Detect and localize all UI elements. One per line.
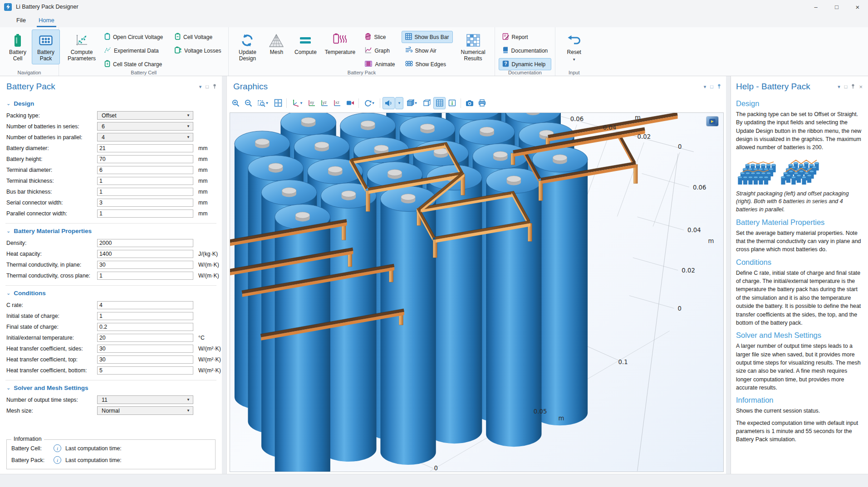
output-time-steps-select[interactable]: 11▼ bbox=[97, 395, 193, 404]
temperature-button[interactable]: Temperature bbox=[320, 29, 359, 58]
animate-button[interactable]: Animate bbox=[361, 58, 398, 70]
section-divider bbox=[5, 285, 216, 286]
print-button[interactable] bbox=[476, 97, 488, 109]
menu-home[interactable]: Home bbox=[32, 17, 61, 27]
final-state-of-charge-input[interactable] bbox=[97, 323, 193, 331]
help-panel-close-icon[interactable]: × bbox=[859, 84, 863, 90]
reset-button[interactable]: Reset ▼ bbox=[559, 29, 589, 64]
slice-button[interactable]: Slice bbox=[361, 31, 398, 43]
dynamic-help-button[interactable]: ? Dynamic Help bbox=[499, 58, 552, 70]
help-panel-menu-icon[interactable]: ▾ bbox=[838, 84, 840, 89]
transparency-button[interactable] bbox=[421, 97, 433, 109]
maximize-button[interactable]: □ bbox=[826, 0, 847, 14]
settings-panel-pin-icon[interactable] bbox=[213, 84, 216, 90]
zoom-extents-button[interactable] bbox=[272, 97, 284, 109]
c-rate-input[interactable] bbox=[97, 301, 193, 309]
heat-transfer-bottom-input[interactable] bbox=[97, 366, 193, 375]
section-design[interactable]: ⌄Design bbox=[6, 100, 216, 107]
initial-external-temperature-input[interactable] bbox=[97, 334, 193, 342]
go-to-xy-view-button[interactable]: xy bbox=[306, 97, 318, 109]
screenshot-button[interactable] bbox=[463, 97, 476, 109]
comsol-logo-button[interactable] bbox=[706, 116, 719, 127]
initial-state-of-charge-input[interactable] bbox=[97, 312, 193, 320]
axis-tick: 0 bbox=[677, 305, 681, 312]
section-battery-material-properties[interactable]: ⌄Battery Material Properties bbox=[6, 228, 216, 234]
heat-capacity-input[interactable] bbox=[97, 250, 193, 258]
serial-connector-width-input[interactable] bbox=[97, 199, 193, 207]
graphics-panel-menu-icon[interactable]: ▾ bbox=[704, 84, 706, 89]
cell-voltage-button[interactable]: Cell Voltage bbox=[171, 31, 225, 43]
density-input[interactable] bbox=[97, 239, 193, 247]
graphics-panel-float-icon[interactable]: □ bbox=[710, 84, 713, 89]
voltage-losses-button[interactable]: Voltage Losses bbox=[171, 44, 225, 57]
info-icon[interactable]: i bbox=[54, 456, 61, 464]
terminal-thickness-input[interactable] bbox=[97, 177, 193, 185]
numerical-results-button[interactable]: Numerical Results bbox=[456, 29, 491, 64]
mesh-button[interactable]: Mesh bbox=[262, 29, 290, 58]
bus-bar-thickness-input[interactable] bbox=[97, 188, 193, 196]
show-edges-button[interactable]: Show Edges bbox=[402, 58, 453, 70]
view-orientation-button[interactable]: ▼ bbox=[289, 97, 305, 109]
go-to-xz-view-button[interactable]: xz bbox=[331, 97, 343, 109]
help-panel: Help - Battery Pack ▾ □ × Design The pac… bbox=[731, 76, 868, 474]
mesh-size-select[interactable]: Normal▼ bbox=[97, 406, 193, 415]
show-bus-bar-button[interactable]: Show Bus Bar bbox=[402, 31, 453, 43]
go-to-yz-view-button[interactable]: yz bbox=[319, 97, 331, 109]
packing-type-select[interactable]: Offset▼ bbox=[97, 111, 193, 120]
help-panel-float-icon[interactable]: □ bbox=[844, 84, 848, 89]
heat-transfer-sides-input[interactable] bbox=[97, 345, 193, 353]
zoom-in-button[interactable] bbox=[230, 97, 242, 109]
settings-panel-menu-icon[interactable]: ▾ bbox=[199, 84, 202, 89]
help-panel-pin-icon[interactable] bbox=[851, 84, 855, 90]
ribbon-group-input: Reset ▼ Input bbox=[555, 27, 593, 76]
plot-data-button[interactable] bbox=[446, 97, 458, 109]
update-design-button[interactable]: Update Design bbox=[232, 29, 262, 64]
graph-button[interactable]: Graph bbox=[361, 44, 398, 57]
open-circuit-voltage-icon bbox=[104, 33, 110, 41]
graphics-canvas-3d-view[interactable]: 0.06 0.04 0.02 0 m 0.06 0.04 0.02 0 m 0.… bbox=[230, 112, 724, 472]
reset-dropdown-caret-icon[interactable]: ▼ bbox=[572, 58, 576, 62]
batteries-in-series-select[interactable]: 6▼ bbox=[97, 122, 193, 131]
rotate-view-button[interactable]: ▼ bbox=[361, 97, 378, 109]
splitter-left[interactable] bbox=[222, 76, 226, 474]
zoom-out-button[interactable] bbox=[242, 97, 255, 109]
compute-parameters-button[interactable]: Compute Parameters bbox=[63, 29, 101, 64]
close-button[interactable]: × bbox=[847, 0, 868, 14]
scene-light-dropdown-button[interactable]: ▼ bbox=[395, 97, 403, 109]
terminal-diameter-input[interactable] bbox=[97, 166, 193, 174]
battery-cell-button[interactable]: Battery Cell bbox=[4, 29, 32, 64]
field-battery-height: Battery height: mm bbox=[6, 154, 216, 164]
report-button[interactable]: Report bbox=[499, 31, 552, 43]
compute-button[interactable]: Compute bbox=[290, 29, 320, 58]
section-solver-and-mesh[interactable]: ⌄Solver and Mesh Settings bbox=[6, 385, 216, 391]
ribbon-group-label-battery-cell: Battery Cell bbox=[59, 70, 228, 75]
svg-text:?: ? bbox=[504, 61, 507, 66]
scene-light-button[interactable] bbox=[383, 97, 395, 109]
show-grid-button[interactable] bbox=[433, 97, 446, 109]
battery-pack-button[interactable]: Battery Pack bbox=[32, 29, 60, 64]
cell-state-of-charge-button[interactable]: Cell State of Charge bbox=[101, 58, 167, 70]
thermal-conductivity-cross-plane-input[interactable] bbox=[97, 272, 193, 280]
splitter-right[interactable] bbox=[726, 76, 731, 474]
open-circuit-voltage-button[interactable]: Open Circuit Voltage bbox=[101, 31, 167, 43]
show-air-button[interactable]: Show Air bbox=[402, 44, 453, 57]
ribbon-group-label-battery-pack: Battery Pack bbox=[229, 70, 494, 75]
battery-height-input[interactable] bbox=[97, 155, 193, 163]
graphics-panel-pin-icon[interactable] bbox=[717, 84, 721, 90]
documentation-button[interactable]: Documentation bbox=[499, 44, 552, 57]
default-view-button[interactable] bbox=[344, 97, 356, 109]
menu-file[interactable]: File bbox=[10, 17, 32, 27]
info-icon[interactable]: i bbox=[54, 444, 61, 452]
batteries-in-parallel-select[interactable]: 4▼ bbox=[97, 133, 193, 141]
settings-panel-float-icon[interactable]: □ bbox=[206, 84, 209, 89]
zoom-box-button[interactable]: ▼ bbox=[255, 97, 271, 109]
heat-transfer-top-input[interactable] bbox=[97, 356, 193, 364]
experimental-data-button[interactable]: Experimental Data bbox=[101, 44, 167, 57]
minimize-button[interactable]: – bbox=[805, 0, 826, 14]
view-settings-button[interactable]: ▼ bbox=[404, 97, 420, 109]
section-conditions[interactable]: ⌄Conditions bbox=[6, 290, 216, 297]
graphics-panel-title: Graphics bbox=[233, 82, 268, 92]
battery-diameter-input[interactable] bbox=[97, 144, 193, 152]
thermal-conductivity-in-plane-input[interactable] bbox=[97, 261, 193, 269]
parallel-connector-width-input[interactable] bbox=[97, 209, 193, 218]
